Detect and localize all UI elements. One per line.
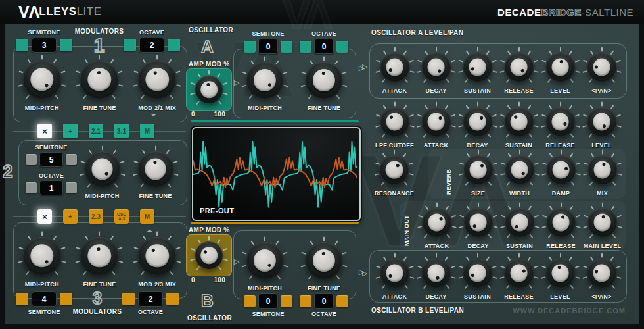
knob-tick bbox=[250, 61, 254, 65]
amp-mod-a-knob[interactable] bbox=[195, 76, 223, 103]
mod-button-m[interactable]: M bbox=[140, 124, 154, 138]
mod3-octave-left-button[interactable] bbox=[122, 293, 135, 305]
mod-button-[interactable]: + bbox=[63, 209, 78, 224]
knob-tick bbox=[446, 133, 449, 138]
mod-button-[interactable]: × bbox=[37, 209, 52, 224]
knob-indicator-dot bbox=[396, 164, 400, 168]
knob-tick bbox=[110, 236, 114, 240]
mod1-semitone-right-button[interactable] bbox=[60, 39, 72, 51]
osc-a-semitone-right-button[interactable] bbox=[281, 41, 292, 53]
osc-b-octave-left-button[interactable] bbox=[300, 295, 311, 307]
osc-b-semitone-right-button[interactable] bbox=[281, 295, 292, 307]
mod3-octave-right-button[interactable] bbox=[166, 293, 179, 305]
main-level-knob[interactable] bbox=[588, 208, 617, 237]
mod-2-3-mix-knob[interactable] bbox=[138, 237, 176, 275]
osc-b-semitone-value[interactable]: 0 bbox=[258, 293, 278, 309]
osc-b-octave-value[interactable]: 0 bbox=[314, 293, 334, 309]
mod1-octave-left-button[interactable] bbox=[124, 39, 136, 51]
attack-knob[interactable] bbox=[380, 53, 409, 82]
fine-tune-knob[interactable] bbox=[80, 61, 118, 99]
knob-tick bbox=[114, 183, 118, 188]
midi-pitch-knob[interactable] bbox=[85, 151, 120, 187]
osc-b-semitone-left-button[interactable] bbox=[244, 295, 256, 307]
mix-knob[interactable] bbox=[588, 155, 617, 184]
fine-tune-knob[interactable] bbox=[306, 242, 342, 279]
knob-tick bbox=[492, 266, 496, 268]
mod2-octave-left-button[interactable] bbox=[26, 182, 37, 193]
mod2-semitone-value[interactable]: 5 bbox=[39, 152, 63, 167]
mod3-octave-value[interactable]: 2 bbox=[138, 291, 163, 307]
knob-tick bbox=[583, 163, 587, 165]
midi-pitch-knob[interactable] bbox=[23, 61, 61, 99]
fine-tune-knob[interactable] bbox=[80, 237, 118, 275]
mod1-semitone-value[interactable]: 3 bbox=[32, 38, 57, 53]
mod-button-2-3[interactable]: 2.3 bbox=[89, 209, 103, 224]
mod1-octave-right-button[interactable] bbox=[168, 39, 180, 51]
lpf-cutoff-knob[interactable] bbox=[380, 107, 409, 136]
mod-button-2-1[interactable]: 2.1 bbox=[89, 124, 103, 138]
knob-tick bbox=[375, 163, 380, 165]
release-knob[interactable] bbox=[546, 107, 575, 136]
knob-tick-ring bbox=[133, 232, 181, 280]
amp-mod-b-knob[interactable] bbox=[195, 241, 223, 269]
resonance-knob[interactable] bbox=[380, 155, 409, 184]
sustain-knob[interactable] bbox=[463, 259, 492, 288]
pan-knob[interactable] bbox=[587, 53, 616, 82]
knob-tick bbox=[477, 253, 478, 258]
attack-knob[interactable] bbox=[380, 259, 409, 288]
decay-knob[interactable] bbox=[464, 208, 493, 237]
fine-tune-knob[interactable] bbox=[306, 62, 342, 99]
decay-knob[interactable] bbox=[463, 107, 492, 136]
knob-indicator-dot bbox=[480, 164, 484, 168]
mod-button-[interactable]: + bbox=[63, 124, 78, 138]
width-knob[interactable] bbox=[505, 155, 534, 184]
mod2-octave-value[interactable]: 1 bbox=[39, 180, 63, 195]
midi-pitch-knob[interactable] bbox=[246, 62, 283, 99]
osc-b-octave-right-button[interactable] bbox=[336, 295, 348, 307]
knob-tick bbox=[547, 284, 551, 289]
mod-button-m[interactable]: M bbox=[140, 209, 154, 224]
knob-tick bbox=[197, 239, 201, 243]
mod1-octave-value[interactable]: 2 bbox=[139, 38, 164, 53]
attack-knob[interactable] bbox=[423, 208, 451, 237]
midi-pitch-label: MIDI-PITCH bbox=[85, 193, 120, 199]
decay-knob[interactable] bbox=[422, 53, 451, 82]
mod-button-osc-a-3[interactable]: OSCA.3 bbox=[114, 209, 129, 224]
mod-button-3-1[interactable]: 3.1 bbox=[114, 124, 129, 138]
knob-cap bbox=[469, 214, 487, 232]
knob-indicator-dot bbox=[595, 270, 598, 274]
level-knob[interactable] bbox=[546, 53, 575, 82]
midi-pitch-knob[interactable] bbox=[246, 242, 283, 279]
damp-knob[interactable] bbox=[547, 155, 576, 184]
osc-a-octave-right-button[interactable] bbox=[336, 41, 348, 53]
sustain-knob[interactable] bbox=[505, 208, 534, 237]
midi-pitch-knob[interactable] bbox=[23, 237, 61, 275]
level-knob[interactable] bbox=[546, 259, 575, 288]
sustain-knob[interactable] bbox=[463, 53, 492, 82]
release-knob[interactable] bbox=[505, 259, 534, 288]
mod3-semitone-value[interactable]: 4 bbox=[32, 291, 57, 307]
sustain-unit: SUSTAIN bbox=[458, 253, 497, 300]
release-knob[interactable] bbox=[505, 53, 534, 82]
decay-knob[interactable] bbox=[422, 259, 451, 288]
osc-a-semitone-value[interactable]: 0 bbox=[258, 39, 278, 54]
osc-a-octave-value[interactable]: 0 bbox=[314, 39, 334, 54]
knob-tick bbox=[26, 95, 30, 99]
osc-a-semitone-left-button[interactable] bbox=[244, 41, 256, 53]
sustain-knob[interactable] bbox=[505, 107, 534, 136]
mod1-semitone-left-button[interactable] bbox=[16, 39, 28, 51]
fine-tune-knob[interactable] bbox=[138, 151, 173, 187]
mod-2-1-mix-knob[interactable] bbox=[138, 61, 176, 99]
knob-tick bbox=[602, 203, 603, 207]
attack-knob[interactable] bbox=[422, 107, 451, 136]
size-knob[interactable] bbox=[464, 155, 493, 184]
resonance-unit: RESONANCE bbox=[375, 150, 414, 197]
mod-button-[interactable]: × bbox=[37, 124, 52, 138]
waveform-pre-out-label: PRE-OUT bbox=[200, 207, 234, 215]
osc-a-octave-left-button[interactable] bbox=[300, 41, 311, 53]
release-knob[interactable] bbox=[547, 208, 576, 237]
mod3-semitone-left-button[interactable] bbox=[16, 293, 28, 305]
level-knob[interactable] bbox=[587, 107, 616, 136]
pan-knob[interactable] bbox=[587, 259, 616, 288]
mod2-semitone-left-button[interactable] bbox=[26, 154, 37, 165]
